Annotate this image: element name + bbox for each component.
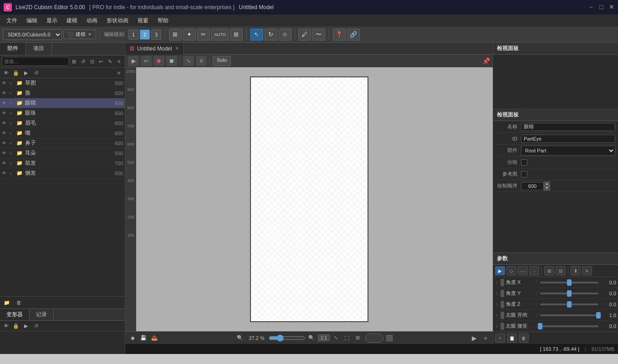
parts-list-item[interactable]: 👁 ○ 📁 眉毛 600 (0, 118, 125, 128)
ct-rewind-button[interactable]: ↩ (141, 56, 152, 66)
menu-item-文件[interactable]: 文件 (2, 16, 22, 25)
menu-item-编辑[interactable]: 编辑 (22, 16, 42, 25)
id-input[interactable] (521, 135, 615, 143)
item-lock-0[interactable]: ○ (9, 81, 16, 86)
play-button[interactable]: ▶ (469, 333, 479, 343)
item-lock-9[interactable]: ○ (9, 171, 16, 176)
cb-checkerboard[interactable] (386, 335, 393, 341)
edit-level-2-button[interactable]: 2 (140, 30, 150, 40)
edit-level-1-button[interactable]: 1 (128, 30, 138, 40)
tab-project[interactable]: 项目 (26, 43, 52, 55)
menu-item-形状动画[interactable]: 形状动画 (102, 16, 133, 25)
item-lock-5[interactable]: ○ (9, 131, 16, 136)
pen-button[interactable]: 🖊 (298, 29, 311, 40)
parts-list-item[interactable]: 👁 ○ 📁 眼珠 600 (0, 108, 125, 118)
item-lock-7[interactable]: ○ (9, 151, 16, 156)
parts-group-button[interactable]: ⊡ (88, 57, 96, 66)
parts-list-item[interactable]: 👁 ○ 📁 耳朵 500 (0, 148, 125, 158)
grid-toggle-button[interactable]: ⊞ (353, 334, 363, 343)
item-eye-1[interactable]: 👁 (2, 91, 9, 96)
param-play-button[interactable]: ▶ (495, 266, 505, 275)
ct-record-button[interactable]: ⏺ (153, 56, 164, 66)
item-lock-4[interactable]: ○ (9, 121, 16, 126)
parts-expand-button[interactable]: ↺ (79, 57, 87, 66)
canvas-area[interactable]: 1000900800700600500400300200100 (125, 67, 493, 331)
parts-list-item[interactable]: 👁 ○ 📁 草图 500 (0, 78, 125, 88)
ratio-button[interactable]: 1:1 (318, 334, 330, 341)
item-eye-0[interactable]: 👁 (2, 81, 9, 86)
param-thumb-1[interactable] (567, 290, 572, 297)
param-grid-button[interactable]: ⊞ (544, 266, 554, 275)
item-lock-3[interactable]: ○ (9, 111, 16, 116)
edit-level-3-button[interactable]: 3 (151, 30, 161, 40)
point-tool-button[interactable]: ✦ (183, 29, 196, 40)
parts-search-input[interactable] (2, 57, 69, 66)
name-input[interactable] (521, 123, 615, 131)
parts-list-item[interactable]: 👁 ○ 📁 鼻子 600 (0, 138, 125, 148)
tab-log[interactable]: 记录 (30, 309, 54, 320)
parts-add-folder-button[interactable]: 📁 (2, 298, 12, 307)
parts-delete-button[interactable]: 🗑 (14, 298, 24, 307)
parts-refresh-button[interactable]: ↩ (97, 57, 105, 66)
maximize-button[interactable]: □ (600, 3, 603, 11)
param-delete-button[interactable]: 🗑 (519, 334, 529, 343)
menu-item-建模[interactable]: 建模 (62, 16, 82, 25)
param-slider-0[interactable] (540, 279, 598, 286)
param-thumb-4[interactable] (538, 323, 542, 329)
fit-screen-button[interactable]: ⤡ (332, 334, 341, 343)
param-multi-button[interactable]: ⊟ (556, 266, 566, 275)
link-button[interactable]: 🔗 (347, 29, 360, 40)
param-key-button[interactable]: ◇ (506, 266, 516, 275)
ct-stop-button[interactable]: ⏹ (166, 56, 177, 66)
cb-toggle[interactable] (365, 334, 383, 343)
menu-item-动画[interactable]: 动画 (82, 16, 102, 25)
parts-menu-button[interactable]: ✎ (106, 57, 114, 66)
select-button[interactable]: ↖ (250, 29, 263, 40)
deform-lock-button[interactable]: 🔒 (12, 322, 20, 330)
part-dropdown[interactable]: Root Part (521, 146, 615, 156)
more-button[interactable]: ≡ (481, 334, 490, 343)
item-eye-4[interactable]: 👁 (2, 121, 9, 126)
close-button[interactable]: ✕ (609, 3, 614, 11)
visibility-eye-button[interactable]: 👁 (2, 69, 10, 77)
param-export-button[interactable]: ⬆ (571, 266, 581, 275)
mode-selector[interactable]: ⬛ 建模 ▼ (63, 30, 96, 39)
ref-checkbox[interactable] (521, 171, 527, 177)
visibility-play-button[interactable]: ▶ (22, 69, 30, 77)
zoom-in-button[interactable]: 🔍 (307, 334, 316, 343)
param-arrow-button[interactable]: → (529, 266, 539, 275)
canvas-tab-close-button[interactable]: ✕ (175, 46, 179, 51)
item-lock-6[interactable]: ○ (9, 141, 16, 146)
parts-list-item[interactable]: 👁 ○ 📁 脸 500 (0, 88, 125, 98)
item-eye-6[interactable]: 👁 (2, 141, 9, 146)
ct-fit-button[interactable]: ⤡ (183, 56, 194, 66)
item-eye-2[interactable]: 👁 (2, 101, 9, 106)
visibility-lock-button[interactable]: 🔒 (12, 69, 20, 77)
draw-order-input[interactable] (521, 182, 544, 190)
parts-list-item[interactable]: 👁 ○ 📁 侧发 500 (0, 168, 125, 178)
curves-button[interactable]: 〜 (312, 29, 325, 40)
item-eye-7[interactable]: 👁 (2, 151, 9, 156)
item-eye-5[interactable]: 👁 (2, 131, 9, 136)
param-slider-1[interactable] (540, 290, 598, 297)
auto-button[interactable]: AUTO (211, 29, 229, 40)
mesh-edit-button[interactable]: ⊞ (169, 29, 182, 40)
item-lock-1[interactable]: ○ (9, 91, 16, 96)
param-thumb-2[interactable] (567, 301, 572, 308)
deform-play-button[interactable]: ▶ (22, 322, 30, 330)
parts-select-all-button[interactable]: ⊞ (70, 57, 78, 66)
item-lock-2[interactable]: ○ (9, 101, 16, 106)
param-thumb-3[interactable] (596, 312, 601, 318)
fullscreen-button[interactable]: ⛶ (342, 334, 352, 343)
cb-record-button[interactable]: ⏺ (128, 334, 137, 343)
param-add-button[interactable]: ＋ (495, 334, 505, 343)
zoom-out-button[interactable]: 🔍 (235, 334, 245, 343)
deform-eye-button[interactable]: 👁 (2, 322, 10, 330)
pin-icon[interactable]: 📌 (482, 57, 490, 65)
param-slider-2[interactable] (540, 301, 598, 308)
menu-item-帮助[interactable]: 帮助 (153, 16, 173, 25)
window-controls[interactable]: － □ ✕ (588, 3, 614, 11)
parts-list-item[interactable]: 👁 ○ 📁 嘴 600 (0, 128, 125, 138)
ct-grid-button[interactable]: # (196, 56, 207, 66)
item-eye-9[interactable]: 👁 (2, 171, 9, 176)
